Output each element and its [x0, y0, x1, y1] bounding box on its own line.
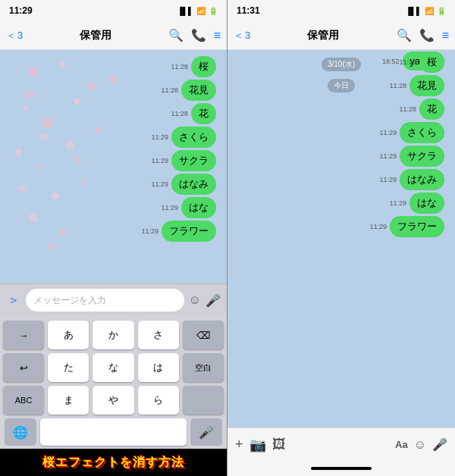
camera-icon[interactable]: 📷	[249, 437, 266, 453]
kb-mic-key[interactable]: 🎤	[190, 418, 222, 446]
table-row: 11:28 花見	[228, 75, 449, 96]
kb-spacebar[interactable]	[40, 418, 187, 446]
kb-a-key[interactable]: あ	[48, 321, 89, 349]
kb-bottom-row: 🌐 🎤	[3, 418, 224, 446]
table-row: 11:28 花見	[0, 80, 221, 101]
right-nav-icons: 🔍 📞 ≡	[397, 28, 449, 42]
wifi-icon: 📶	[196, 7, 206, 15]
right-chat-area: 3/10(水) 16:52 yahoo 今日 11:28 桜 11:28 花見 …	[228, 50, 455, 427]
table-row: 11:29 サクラ	[0, 150, 221, 171]
kb-empty-key	[183, 386, 224, 415]
signal-icon: ▐▌▌	[406, 7, 422, 15]
expand-icon[interactable]: ＞	[6, 291, 21, 310]
aa-button[interactable]: Aa	[395, 439, 408, 450]
bottom-label-text: 桜エフェクトを消す方法	[42, 455, 184, 471]
msg-time: 11:28	[399, 105, 416, 113]
kb-undo-key[interactable]: ↩	[3, 353, 44, 382]
kb-delete-key[interactable]: ⌫	[183, 321, 224, 349]
table-row: 11:29 はなみ	[228, 169, 449, 190]
table-row: 11:29 さくら	[228, 122, 449, 143]
msg-bubble: はな	[410, 193, 444, 214]
right-nav-title: 保管用	[253, 29, 393, 42]
table-row: 11:28 花	[0, 103, 221, 124]
left-nav-back[interactable]: ＜ 3	[6, 29, 23, 42]
back-chevron-icon: ＜	[6, 29, 16, 42]
search-icon[interactable]: 🔍	[397, 28, 412, 42]
msg-time: 11:29	[151, 157, 168, 164]
right-status-bar: 11:31 ▐▌▌ 📶 🔋	[228, 0, 455, 21]
menu-icon[interactable]: ≡	[214, 29, 221, 42]
table-row: 11:29 はなみ	[0, 174, 221, 195]
table-row: 11:29 さくら	[0, 127, 221, 148]
message-input[interactable]: メッセージを入力	[26, 289, 184, 312]
kb-globe-key[interactable]: 🌐	[5, 418, 36, 446]
msg-bubble: さくら	[171, 127, 216, 148]
right-nav-back[interactable]: ＜ 3	[234, 29, 250, 42]
kb-arrow-key[interactable]: →	[3, 321, 44, 349]
kb-ra-key[interactable]: ら	[138, 386, 179, 415]
emoji-icon[interactable]: ☺	[414, 438, 426, 452]
msg-bubble: 花見	[181, 80, 216, 101]
plus-icon[interactable]: +	[235, 437, 243, 453]
msg-time: 11:29	[379, 152, 397, 160]
mic-icon[interactable]: 🎤	[432, 437, 447, 452]
msg-bubble: 花	[191, 103, 216, 124]
msg-time: 11:28	[161, 86, 178, 94]
left-nav-bar: ＜ 3 保管用 🔍 📞 ≡	[0, 21, 227, 50]
msg-bubble: サクラ	[400, 146, 444, 167]
msg-time: 11:29	[161, 204, 178, 211]
kb-row-2: ↩ た な は 空白	[3, 353, 224, 382]
image-icon[interactable]: 🖼	[272, 437, 286, 453]
kb-ta-key[interactable]: た	[48, 353, 89, 382]
table-row: 11:29 はな	[0, 197, 221, 218]
table-row: 11:29 フラワー	[228, 216, 449, 237]
msg-time: 11:29	[141, 227, 158, 235]
left-input-area: ＞ メッセージを入力 ☺ 🎤	[0, 283, 227, 316]
msg-bubble: フラワー	[390, 216, 444, 237]
kb-na-key[interactable]: な	[93, 353, 133, 382]
search-icon[interactable]: 🔍	[168, 28, 184, 42]
msg-bubble: 桜	[419, 52, 444, 73]
phone-icon[interactable]: 📞	[419, 28, 435, 42]
left-messages-container: 11:28 桜 11:28 花見 11:28 花 11:29 さくら 11:29…	[0, 50, 227, 248]
kb-ha-key[interactable]: は	[138, 353, 179, 382]
kb-row-1: → あ か さ ⌫	[3, 321, 224, 349]
back-count: 3	[17, 30, 23, 41]
keyboard: → あ か さ ⌫ ↩ た な は 空白 ABC ま や ら 🌐 🎤	[0, 316, 227, 449]
input-placeholder: メッセージを入力	[33, 294, 106, 307]
msg-time: 11:28	[171, 110, 188, 117]
msg-bubble: 花見	[410, 75, 444, 96]
msg-time: 11:28	[389, 82, 406, 89]
msg-bubble: さくら	[400, 122, 444, 143]
menu-icon[interactable]: ≡	[442, 29, 449, 42]
msg-time: 11:29	[151, 133, 168, 141]
msg-bubble: はなみ	[400, 169, 444, 190]
kb-sa-key[interactable]: さ	[138, 321, 179, 349]
msg-bubble: はな	[181, 197, 216, 218]
kb-ka-key[interactable]: か	[93, 321, 133, 349]
home-indicator	[311, 467, 372, 470]
kb-abc-key[interactable]: ABC	[3, 386, 44, 415]
emoji-input-icon[interactable]: ☺	[189, 293, 201, 307]
left-status-bar: 11:29 ▐▌▌ 📶 🔋	[0, 0, 227, 21]
right-bottom-bar	[228, 461, 455, 476]
msg-bubble: 桜	[191, 56, 216, 77]
back-count: 3	[245, 30, 250, 41]
right-phone-screen: 11:31 ▐▌▌ 📶 🔋 ＜ 3 保管用 🔍 📞 ≡ 3/10(水) 16:5…	[228, 0, 455, 476]
right-status-time: 11:31	[237, 5, 260, 16]
right-messages-main: 11:28 桜 11:28 花見 11:28 花 11:29 さくら 11:29…	[228, 50, 455, 243]
kb-ya-key[interactable]: や	[93, 386, 133, 415]
table-row: 11:29 サクラ	[228, 146, 449, 167]
msg-bubble: はなみ	[171, 174, 216, 195]
kb-ma-key[interactable]: ま	[48, 386, 89, 415]
table-row: 11:28 桜	[228, 52, 449, 73]
msg-bubble: サクラ	[171, 150, 216, 171]
right-status-icons: ▐▌▌ 📶 🔋	[406, 7, 446, 15]
back-chevron-icon: ＜	[234, 29, 243, 42]
mic-input-icon[interactable]: 🎤	[206, 293, 221, 308]
left-status-icons: ▐▌▌ 📶 🔋	[177, 7, 218, 15]
msg-bubble: フラワー	[162, 221, 216, 242]
kb-space-key[interactable]: 空白	[183, 353, 224, 382]
phone-icon[interactable]: 📞	[191, 28, 206, 42]
left-nav-icons: 🔍 📞 ≡	[168, 28, 221, 42]
